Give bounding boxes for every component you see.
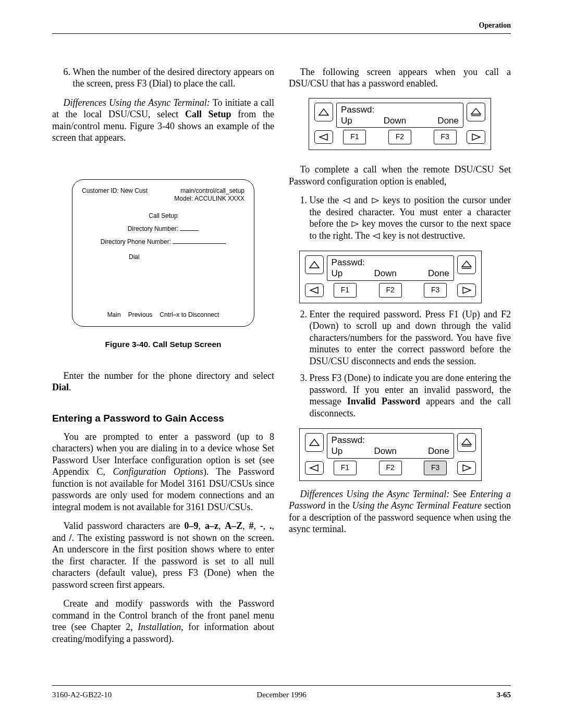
lcd-display: Passwd: Up Down Done	[336, 103, 463, 128]
left-column: When the number of the desired directory…	[52, 66, 274, 652]
tail-i3: Using the Async Terminal Feature	[352, 500, 481, 511]
f1-key[interactable]: F1	[343, 130, 366, 144]
pw-p2-a: Valid password characters are	[64, 521, 185, 531]
up-key-icon[interactable]	[305, 255, 324, 274]
pw-para-1: You are prompted to enter a password (up…	[52, 431, 274, 513]
right-arrow-icon	[351, 220, 359, 228]
left-key-icon[interactable]	[305, 461, 324, 475]
fig-model: Model: ACCULINK XXXX	[174, 195, 244, 203]
eject-key-icon[interactable]	[457, 255, 476, 274]
fig-menu-main[interactable]: Main	[107, 311, 121, 319]
fig-dir-phone-label: Directory Phone Number:	[101, 238, 171, 245]
pw-p2-b1: 0–9	[185, 521, 199, 531]
f2-key[interactable]: F2	[379, 283, 402, 298]
eject-key-icon[interactable]	[467, 103, 485, 121]
tail-b: in the	[325, 500, 352, 511]
f1-key[interactable]: F1	[334, 461, 357, 475]
eject-key-icon[interactable]	[457, 433, 476, 452]
softkey-up-label: Up	[341, 115, 352, 126]
dial-bold: Dial	[52, 382, 69, 392]
lcd-panel-2: Passwd: Up Down Done	[299, 251, 482, 303]
f2-key[interactable]: F2	[388, 130, 411, 144]
softkey-down-label: Down	[384, 115, 406, 126]
right-key-icon[interactable]	[467, 130, 485, 144]
f2-key[interactable]: F2	[379, 461, 402, 475]
call-setup-screen-figure: Customer ID: New Cust main/control/call_…	[72, 179, 254, 327]
softkey-done-label: Done	[428, 268, 449, 279]
enter-number-para: Enter the number for the phone directory…	[52, 370, 274, 393]
pw-para-3: Create and modify passwords with the Pas…	[52, 598, 274, 645]
pw-p2-tail: . The existing password is not shown on …	[52, 533, 274, 590]
softkey-done-label: Done	[437, 115, 459, 126]
pw-p1-i: Configuration Options	[113, 466, 203, 477]
lcd-panel-1: Passwd: Up Down Done F1 F2 F3	[309, 98, 491, 151]
fig-dial-link[interactable]: Dial	[129, 253, 244, 261]
pw-p2-c5: ,	[263, 521, 270, 531]
invalid-password-bold: Invalid Password	[347, 396, 420, 406]
right-key-icon[interactable]	[457, 283, 476, 297]
page-footer: 3160-A2-GB22-10 December 1996 3-65	[52, 685, 511, 700]
list-item-step-3: Press F3 (Done) to indicate you are done…	[310, 372, 511, 481]
right-tail-para: Differences Using the Async Terminal: Se…	[289, 488, 511, 535]
two-column-layout: When the number of the desired directory…	[52, 66, 511, 652]
lcd-title: Passwd:	[332, 435, 449, 446]
s1b: and	[351, 195, 371, 205]
pw-p2-b3: A–Z	[225, 521, 242, 531]
pw-p2-c1: ,	[199, 521, 205, 531]
up-key-icon[interactable]	[305, 433, 324, 452]
list-item-step-6: When the number of the desired directory…	[73, 66, 274, 90]
fig-dir-num-field[interactable]	[180, 230, 199, 231]
f3-key[interactable]: F3	[424, 283, 447, 298]
fig-dir-phone-row: Directory Phone Number:	[82, 238, 244, 246]
pw-para-2: Valid password characters are 0–9, a–z, …	[52, 520, 274, 590]
lcd-display: Passwd: Up Down Done	[327, 255, 454, 281]
lcd-title: Passwd:	[341, 104, 459, 115]
right-column: The following screen appears when you ca…	[289, 66, 511, 652]
fig-dir-num-label: Directory Number:	[128, 225, 178, 232]
softkey-done-label: Done	[428, 446, 449, 456]
pw-p2-b2: a–z	[205, 521, 218, 531]
up-key-icon[interactable]	[314, 103, 333, 121]
fig-breadcrumb: main/control/call_setup	[174, 187, 244, 195]
lcd-panel-3: Passwd: Up Down Done	[299, 428, 482, 481]
s1a: Use the	[310, 195, 342, 205]
softkey-down-label: Down	[374, 446, 396, 456]
fig-dir-phone-field[interactable]	[173, 243, 226, 244]
f3-key-highlighted[interactable]: F3	[424, 461, 447, 475]
section-heading-password: Entering a Password to Gain Access	[52, 412, 274, 425]
enter-number-text: Enter the number for the phone directory…	[64, 371, 274, 381]
pw-p2-c4: ,	[253, 521, 260, 531]
softkey-down-label: Down	[374, 268, 396, 279]
footer-page-number: 3-65	[497, 690, 511, 700]
pw-p3-i: Installation	[138, 622, 181, 632]
fig-bottom-menu: Main Previous Cntrl–x to Disconnect	[82, 308, 244, 319]
running-header: Operation	[52, 21, 511, 30]
left-key-icon[interactable]	[305, 283, 324, 297]
softkey-up-label: Up	[332, 268, 343, 279]
left-arrow-icon	[342, 197, 351, 204]
footer-doc-number: 3160-A2-GB22-10	[52, 690, 112, 700]
f3-key[interactable]: F3	[434, 130, 457, 144]
page-root: Operation When the number of the desired…	[0, 0, 563, 715]
footer-date: December 1996	[256, 690, 306, 700]
fig-dir-num-row: Directory Number:	[82, 225, 244, 233]
tail-i1: Differences Using the Async Terminal:	[300, 489, 450, 499]
header-rule	[52, 33, 511, 34]
figure-caption: Figure 3-40. Call Setup Screen	[52, 339, 274, 349]
lcd-title: Passwd:	[332, 257, 449, 268]
call-setup-bold: Call Setup	[185, 109, 231, 119]
lcd-display: Passwd: Up Down Done	[327, 433, 454, 459]
right-key-icon[interactable]	[457, 461, 476, 475]
left-key-icon[interactable]	[314, 130, 333, 144]
tail-a: See	[449, 489, 470, 499]
fig-cust-id: Customer ID: New Cust	[82, 187, 148, 203]
pw-p2-c3: ,	[242, 521, 249, 531]
left-ordered-list: When the number of the desired directory…	[52, 66, 274, 90]
async-diff-para: Differences Using the Async Terminal: To…	[52, 97, 274, 144]
pw-p2-c2: ,	[218, 521, 225, 531]
right-arrow-icon	[371, 197, 380, 204]
fig-menu-previous[interactable]: Previous	[128, 311, 153, 319]
fig-menu-exit: Cntrl–x to Disconnect	[160, 311, 219, 319]
f1-key[interactable]: F1	[334, 283, 357, 298]
softkey-up-label: Up	[332, 446, 343, 456]
